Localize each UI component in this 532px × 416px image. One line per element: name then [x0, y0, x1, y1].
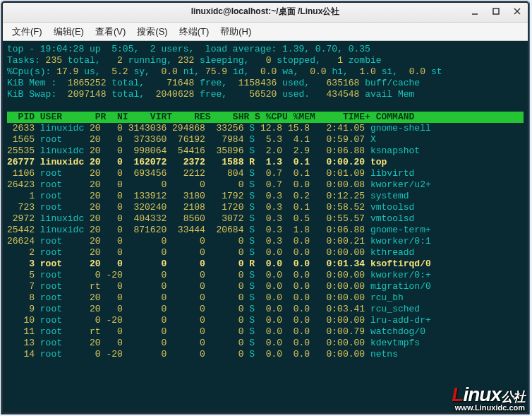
- menubar: 文件(F)编辑(E)查看(V)搜索(S)终端(T)帮助(H): [1, 23, 529, 41]
- menu-item-5[interactable]: 帮助(H): [215, 23, 256, 40]
- process-row: 25535 linuxidc 20 0 998064 54416 35896 S…: [7, 145, 420, 156]
- maximize-button[interactable]: [488, 4, 504, 18]
- menu-item-0[interactable]: 文件(F): [7, 23, 47, 40]
- window-title: linuxidc@localhost:~/桌面 /Linux公社: [191, 6, 340, 18]
- process-row: 2633 linuxidc 20 0 3143036 294868 33256 …: [7, 123, 431, 133]
- process-row: 13 root 20 0 0 0 0 S 0.0 0.0 0:00.00 kde…: [7, 338, 420, 348]
- process-row: 1 root 20 0 133912 3180 1792 S 0.3 0.2 0…: [7, 191, 409, 201]
- process-row: 8 root 20 0 0 0 0 S 0.0 0.0 0:00.00 rcu_…: [7, 292, 404, 303]
- window-controls: [467, 4, 525, 18]
- menu-item-4[interactable]: 终端(T): [174, 23, 214, 40]
- process-row: 1565 root 20 0 373360 76192 7984 S 5.3 4…: [7, 134, 376, 145]
- process-row: 3 root 20 0 0 0 0 R 0.0 0.0 0:01.34 ksof…: [7, 258, 431, 269]
- minimize-button[interactable]: [467, 4, 483, 18]
- process-row: 10 root 0 -20 0 0 0 S 0.0 0.0 0:00.00 lr…: [7, 315, 431, 326]
- menu-item-2[interactable]: 查看(V): [90, 23, 131, 40]
- menu-item-3[interactable]: 搜索(S): [132, 23, 172, 40]
- process-row: 2 root 20 0 0 0 0 S 0.0 0.0 0:00.00 kthr…: [7, 247, 414, 258]
- process-row: 9 root 20 0 0 0 0 S 0.0 0.0 0:03.41 rcu_…: [7, 304, 420, 314]
- process-row: 723 root 20 0 320240 2108 1720 S 0.3 0.1…: [7, 202, 414, 213]
- process-row: 25442 linuxidc 20 0 871620 33444 20684 S…: [7, 225, 431, 235]
- process-row: 26777 linuxidc 20 0 162072 2372 1588 R 1…: [7, 157, 387, 167]
- process-row: 1106 root 20 0 693456 2212 804 S 0.7 0.1…: [7, 168, 414, 179]
- terminal-body[interactable]: top - 19:04:28 up 5:05, 2 users, load av…: [1, 41, 529, 414]
- process-row: 11 root rt 0 0 0 0 S 0.0 0.0 0:00.79 wat…: [7, 326, 425, 337]
- titlebar[interactable]: linuxidc@localhost:~/桌面 /Linux公社: [1, 1, 529, 23]
- terminal-window: linuxidc@localhost:~/桌面 /Linux公社 文件(F)编辑…: [1, 1, 530, 415]
- process-row: 5 root 0 -20 0 0 0 S 0.0 0.0 0:00.00 kwo…: [7, 270, 431, 280]
- process-header: PID USER PR NI VIRT RES SHR S %CPU %MEM …: [7, 112, 524, 123]
- menu-item-1[interactable]: 编辑(E): [49, 23, 89, 40]
- svg-rect-1: [493, 8, 499, 14]
- close-button[interactable]: [509, 4, 525, 18]
- process-row: 26624 root 20 0 0 0 0 S 0.3 0.0 0:00.21 …: [7, 236, 431, 246]
- process-row: 14 root 0 -20 0 0 0 S 0.0 0.0 0:00.00 ne…: [7, 349, 398, 359]
- process-row: 7 root rt 0 0 0 0 S 0.0 0.0 0:00.00 migr…: [7, 281, 431, 292]
- process-row: 26423 root 20 0 0 0 0 S 0.7 0.0 0:00.08 …: [7, 179, 431, 190]
- process-row: 2972 linuxidc 20 0 404332 8560 3072 S 0.…: [7, 213, 414, 224]
